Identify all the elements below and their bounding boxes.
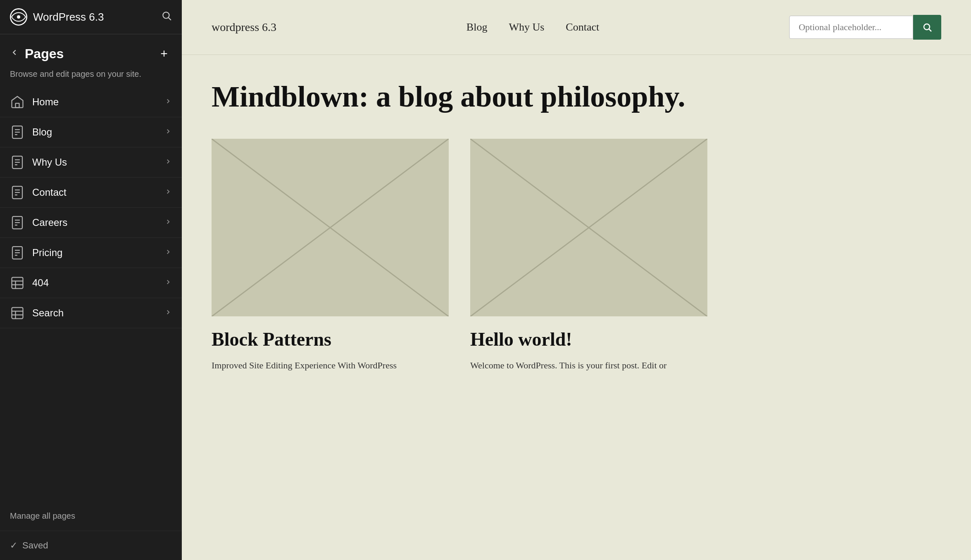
sidebar-item-search-label: Search [32,307,164,319]
chevron-right-icon [164,188,172,197]
svg-rect-29 [12,308,23,319]
chevron-right-icon [164,218,172,228]
post-excerpt-2: Welcome to WordPress. This is your first… [470,358,707,373]
sidebar-item-why-us[interactable]: Why Us [0,147,182,178]
sidebar-item-contact-label: Contact [32,187,164,198]
sidebar-item-careers-label: Careers [32,217,164,228]
chevron-right-icon [164,278,172,288]
document-icon [10,155,25,170]
sidebar-item-blog-label: Blog [32,126,164,138]
sidebar-item-404[interactable]: 404 [0,268,182,298]
post-card-2: Hello world! Welcome to WordPress. This … [470,139,707,373]
sidebar-item-home[interactable]: Home [0,87,182,117]
header-search-icon[interactable] [161,10,172,24]
chevron-right-icon [164,128,172,137]
document-icon [10,125,25,140]
site-headline: Mindblown: a blog about philosophy. [212,80,707,114]
site-preview: wordpress 6.3 Blog Why Us Contact Mindbl… [182,0,971,560]
site-search-button[interactable] [913,15,941,40]
site-header: wordpress 6.3 Blog Why Us Contact [182,0,971,55]
pages-subtitle: Browse and edit pages on your site. [0,66,182,87]
manage-all-pages-link[interactable]: Manage all pages [0,501,182,531]
site-search-wrapper [789,15,941,40]
pages-title: Pages [25,46,64,62]
sidebar-item-search[interactable]: Search [0,298,182,328]
svg-rect-25 [12,278,23,289]
svg-point-1 [17,15,20,19]
back-button[interactable]: Pages [10,46,64,62]
site-nav-contact[interactable]: Contact [566,21,599,33]
home-icon [10,95,25,109]
sidebar-item-contact[interactable]: Contact [0,178,182,208]
saved-label: Saved [22,540,48,551]
check-icon: ✓ [10,540,17,551]
app-title: WordPress 6.3 [33,11,155,24]
sidebar-item-pricing-label: Pricing [32,247,164,259]
wordpress-logo [10,8,27,26]
post-thumbnail-1 [212,139,449,317]
post-title-1: Block Patterns [212,328,449,351]
layout-icon [10,306,25,320]
sidebar-item-pricing[interactable]: Pricing [0,238,182,268]
add-page-button[interactable]: + [156,46,172,62]
svg-line-34 [929,29,931,32]
sidebar-header: WordPress 6.3 [0,0,182,34]
post-title-2: Hello world! [470,328,707,351]
document-icon [10,215,25,230]
site-logo: wordpress 6.3 [212,21,276,34]
site-nav-why-us[interactable]: Why Us [509,21,544,33]
pages-section-header: Pages + [0,34,182,66]
svg-line-3 [169,18,171,20]
sidebar-item-blog[interactable]: Blog [0,117,182,147]
post-card-1: Block Patterns Improved Site Editing Exp… [212,139,449,373]
document-icon [10,245,25,260]
sidebar-item-home-label: Home [32,96,164,108]
sidebar-item-careers[interactable]: Careers [0,208,182,238]
sidebar-item-why-us-label: Why Us [32,157,164,168]
posts-grid: Block Patterns Improved Site Editing Exp… [212,139,707,373]
pages-nav-list: Home Blog [0,87,182,501]
document-icon [10,185,25,200]
chevron-right-icon [164,308,172,318]
chevron-right-icon [164,248,172,258]
saved-status: ✓ Saved [0,531,182,560]
chevron-right-icon [164,158,172,167]
svg-rect-4 [16,103,19,108]
svg-point-33 [924,24,930,30]
svg-point-2 [163,12,169,18]
site-nav-blog[interactable]: Blog [466,21,488,33]
sidebar-item-404-label: 404 [32,277,164,289]
post-excerpt-1: Improved Site Editing Experience With Wo… [212,358,449,373]
site-nav: Blog Why Us Contact [466,21,599,33]
chevron-right-icon [164,97,172,107]
back-icon [10,48,19,59]
sidebar: WordPress 6.3 Pages + Browse and edit pa… [0,0,182,560]
layout-icon [10,275,25,290]
post-thumbnail-2 [470,139,707,317]
site-search-input[interactable] [789,16,913,39]
site-content: Mindblown: a blog about philosophy. Bloc… [182,55,971,389]
